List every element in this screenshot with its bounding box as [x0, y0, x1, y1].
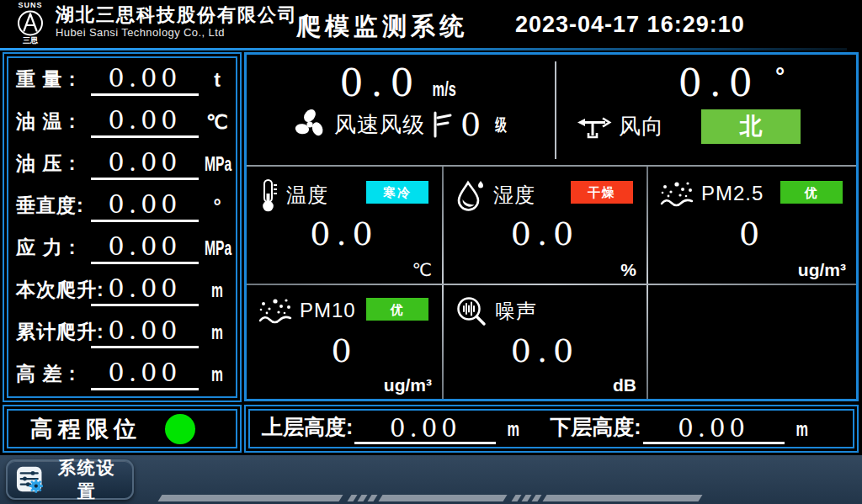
status-badge: 寒冷: [366, 181, 428, 204]
row-unit: MPa: [205, 153, 230, 176]
lower-height-group: 下层高度: 0.00 m: [550, 413, 811, 444]
row-oil-temp: 油 温 : 0.00 ℃: [8, 100, 236, 142]
lower-height-value: 0.00: [643, 415, 785, 444]
row-unit: m: [205, 363, 230, 386]
wind-level-value: 0: [460, 106, 482, 143]
dust-icon: [660, 178, 694, 209]
wind-section: 0.0 m/s 风速风级 0: [247, 55, 856, 167]
wind-level-icon: [430, 109, 452, 140]
monitoring-screen: SUNS 三思 湖北三思科技股份有限公司 Hubei Sansi Technol…: [0, 0, 862, 504]
thermometer-icon: [258, 178, 279, 212]
wind-direction-unit: °: [775, 63, 785, 89]
sensor-value: 0.0: [247, 215, 442, 252]
row-value: 0.00: [91, 316, 199, 348]
page-title: 爬模监测系统: [296, 10, 468, 44]
upper-height-unit: m: [508, 417, 520, 444]
sensor-value: 0: [648, 215, 856, 252]
header-divider: [0, 48, 847, 50]
row-label: 应 力 :: [16, 235, 76, 261]
sensor-cell-noise: 噪声 0.0 dB: [444, 285, 646, 399]
wind-speed-value: 0.0: [340, 61, 422, 104]
row-total-climb: 累计爬升: 0.00 m: [8, 310, 236, 353]
logo-bottom-text: 三思: [8, 37, 52, 45]
settings-icon: [16, 465, 43, 494]
row-label: 高 差 :: [16, 361, 76, 387]
row-value: 0.00: [91, 64, 199, 96]
row-verticality: 垂直度: 0.00 °: [8, 184, 236, 226]
logo-icon: [15, 9, 45, 37]
upper-height-value: 0.00: [354, 415, 496, 444]
sensor-unit: dB: [613, 375, 636, 395]
row-label: 重 量 :: [16, 66, 76, 93]
noise-icon: [455, 295, 487, 327]
row-value: 0.00: [91, 274, 199, 306]
sensor-label: 噪声: [495, 298, 537, 325]
row-label: 油 温 :: [16, 109, 76, 135]
wind-speed-block: 0.0 m/s 风速风级 0: [247, 55, 555, 165]
upper-height-label: 上层高度:: [262, 413, 353, 444]
sensor-unit: ug/m³: [384, 375, 432, 395]
dust-icon: [258, 295, 292, 326]
row-label: 垂直度:: [16, 193, 84, 219]
sensor-cell-pm10: PM10 优 0 ug/m³: [247, 285, 442, 399]
logo-top-text: SUNS: [8, 1, 52, 9]
row-weight: 重 量 : 0.00 t: [8, 58, 236, 100]
company-name-en: Hubei Sansi Technology Co., Ltd: [56, 26, 298, 40]
row-value: 0.00: [91, 190, 199, 222]
sensor-unit: ug/m³: [798, 260, 846, 280]
datetime-display: 2023-04-17 16:29:10: [515, 12, 745, 38]
sensor-label: PM2.5: [701, 182, 764, 205]
droplet-icon: [455, 178, 486, 212]
row-unit: MPa: [205, 237, 230, 260]
row-stress: 应 力 : 0.00 MPa: [8, 226, 236, 268]
row-unit: m: [205, 321, 230, 344]
row-unit: ℃: [199, 111, 236, 134]
company-logo: SUNS 三思: [8, 1, 52, 45]
wind-vane-icon: [575, 112, 612, 142]
row-unit: t: [199, 69, 236, 92]
row-height-diff: 高 差 : 0.00 m: [8, 353, 236, 395]
row-unit: °: [199, 195, 236, 218]
wind-speed-label: 风速风级: [334, 110, 425, 140]
sensor-unit: %: [620, 260, 636, 280]
row-value: 0.00: [91, 106, 199, 138]
sensor-cell-temperature: 温度 寒冷 0.0 ℃: [247, 168, 442, 284]
status-indicator: [165, 414, 195, 444]
row-value: 0.00: [91, 358, 199, 390]
fan-icon: [292, 107, 327, 142]
elevation-limit-label: 高程限位: [30, 414, 141, 444]
wind-direction-value: 0.0: [678, 61, 760, 104]
company-names: 湖北三思科技股份有限公司 Hubei Sansi Technology Co.,…: [56, 4, 298, 40]
measurements-panel: 重 量 : 0.00 t 油 温 : 0.00 ℃ 油 压 : 0.00 MPa…: [3, 52, 242, 402]
row-value: 0.00: [91, 148, 199, 180]
row-unit: m: [205, 279, 230, 302]
sensor-label: 温度: [286, 182, 328, 209]
sensor-value: 0.0: [444, 215, 646, 252]
sensor-value: 0.0: [444, 332, 646, 369]
company-name-cn: 湖北三思科技股份有限公司: [56, 4, 298, 26]
system-settings-button[interactable]: 系统设置: [6, 459, 134, 500]
elevation-limit-panel: 高程限位: [3, 405, 242, 453]
status-badge: 干燥: [571, 181, 633, 204]
sensor-cell-humidity: 湿度 干燥 0.0 %: [444, 168, 646, 284]
environment-panel: 0.0 m/s 风速风级 0: [244, 52, 859, 401]
upper-height-group: 上层高度: 0.00 m: [262, 413, 523, 444]
footer-bar: 系统设置: [0, 455, 862, 504]
row-current-climb: 本次爬升: 0.00 m: [8, 268, 236, 310]
wind-speed-unit: m/s: [433, 77, 456, 101]
sensor-cell-pm25: PM2.5 优 0 ug/m³: [648, 168, 856, 284]
wind-direction-block: 0.0 ° 风向 北: [556, 55, 856, 165]
wind-direction-button[interactable]: 北: [701, 109, 801, 144]
lower-height-unit: m: [795, 417, 808, 444]
header: SUNS 三思 湖北三思科技股份有限公司 Hubei Sansi Technol…: [0, 0, 862, 48]
lower-height-label: 下层高度:: [550, 413, 641, 444]
row-oil-pressure: 油 压 : 0.00 MPa: [8, 142, 236, 184]
wind-direction-label: 风向: [619, 112, 664, 141]
footer-decoration: [0, 495, 862, 501]
layer-heights-panel: 上层高度: 0.00 m 下层高度: 0.00 m: [244, 405, 859, 453]
sensor-unit: ℃: [412, 260, 432, 280]
sensor-value: 0: [247, 332, 442, 369]
wind-level-unit: 级: [495, 114, 507, 136]
status-badge: 优: [366, 298, 428, 321]
status-badge: 优: [780, 181, 843, 204]
